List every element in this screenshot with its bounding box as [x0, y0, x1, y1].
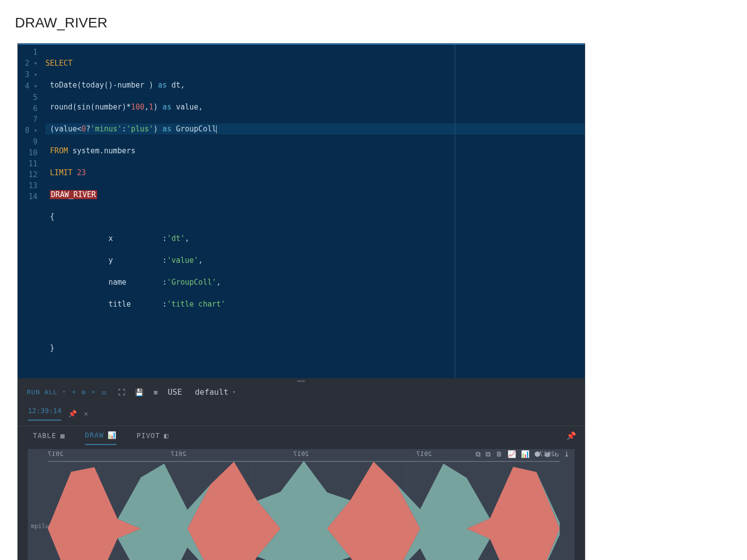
close-icon[interactable]: × — [84, 410, 88, 418]
horizontal-splitter[interactable]: ══ — [18, 378, 585, 384]
view-tabs: TABLE▦ DRAW📊 PIVOT◧ 📌 — [18, 426, 585, 445]
tiled-icon[interactable]: ▦ — [545, 450, 549, 458]
bar-mode-icon[interactable]: 📊 — [521, 450, 529, 458]
chart-svg — [48, 461, 560, 560]
run-all-button[interactable]: RUN ALL ⇡ + ⚙ + ⚌ — [27, 388, 108, 396]
result-tabs: 12:39:14 📌 × — [18, 401, 585, 421]
stack-icon[interactable]: ⬢ — [534, 450, 540, 458]
data-view-icon[interactable]: 🗎 — [496, 450, 502, 458]
chart-icon: 📊 — [108, 431, 117, 439]
app-frame: 12 ▾3 ▾4 ▾5678 ▾91011121314 SELECT toDat… — [17, 43, 585, 560]
menu-icon[interactable]: ≡ — [153, 388, 157, 396]
editor-code[interactable]: SELECT toDate(today()-number ) as dt, ro… — [42, 45, 585, 378]
tab-pivot[interactable]: PIVOT◧ — [136, 432, 169, 445]
tab-draw[interactable]: DRAW📊 — [85, 431, 117, 445]
editor-gutter: 12 ▾3 ▾4 ▾5678 ▾91011121314 — [18, 45, 42, 378]
run-toolbar: RUN ALL ⇡ + ⚙ + ⚌ ⛶ 💾 ≡ USE default ▾ — [18, 384, 585, 401]
pivot-icon: ◧ — [164, 432, 168, 440]
result-tab[interactable]: 12:39:14 — [28, 407, 61, 421]
splitter-grip-icon: ══ — [297, 378, 305, 385]
download-icon[interactable]: ⤓ — [564, 450, 570, 458]
chart-container: 2017 2017 2017 2017 2017 ⧉ ⧉ 🗎 📈 📊 ⬢ ▦ ↻… — [18, 445, 585, 560]
editor-vertical-split[interactable] — [455, 45, 455, 378]
database-selector[interactable]: USE default ▾ — [168, 387, 236, 397]
refresh-icon[interactable]: ↻ — [555, 450, 559, 458]
pin-panel-icon[interactable]: 📌 — [566, 431, 577, 441]
chart-toolbar: ⧉ ⧉ 🗎 📈 📊 ⬢ ▦ ↻ ⤓ — [476, 450, 570, 458]
zoom-reset-icon[interactable]: ⧉ — [486, 450, 491, 458]
draw-river-directive: DRAW_RIVER — [50, 190, 97, 199]
pin-icon[interactable]: 📌 — [68, 410, 77, 418]
line-mode-icon[interactable]: 📈 — [507, 450, 516, 458]
table-icon: ▦ — [60, 432, 65, 440]
zoom-box-icon[interactable]: ⧉ — [476, 450, 481, 458]
chevron-down-icon: ▾ — [233, 389, 236, 395]
page-title: DRAW_RIVER — [15, 15, 737, 31]
save-icon[interactable]: 💾 — [135, 388, 143, 396]
tab-table[interactable]: TABLE▦ — [33, 432, 65, 445]
sql-editor[interactable]: 12 ▾3 ▾4 ▾5678 ▾91011121314 SELECT toDat… — [18, 44, 585, 378]
river-chart[interactable]: 2017 2017 2017 2017 2017 ⧉ ⧉ 🗎 📈 📊 ⬢ ▦ ↻… — [28, 449, 575, 560]
fullscreen-icon[interactable]: ⛶ — [118, 388, 125, 396]
